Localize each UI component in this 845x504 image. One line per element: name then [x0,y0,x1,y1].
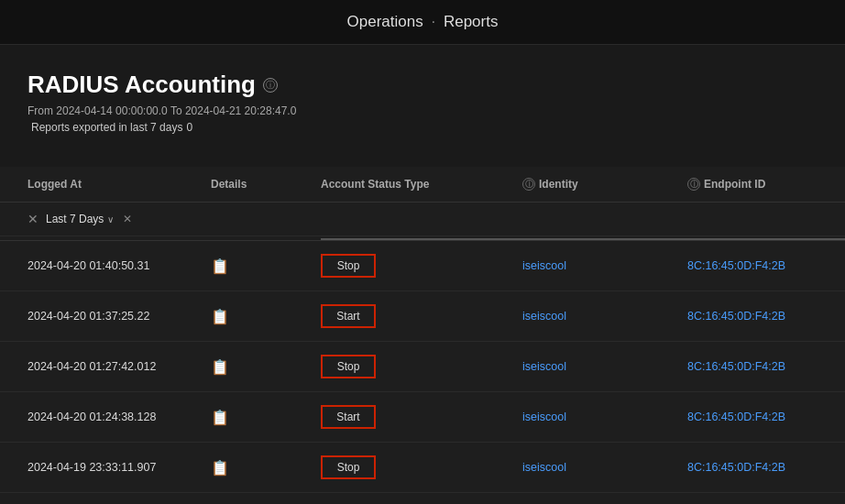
title-row: RADIUS Accounting ⓘ [27,71,818,99]
col-identity: ⓘ Identity [522,178,687,191]
details-icon[interactable]: 📋 [211,308,229,325]
cell-endpoint-id[interactable]: 8C:16:45:0D:F4:2B [687,398,845,436]
status-badge: Start [321,405,376,429]
cell-details: 📋 [211,345,321,389]
table-row: 2024-04-20 01:37:25.22 📋 Start iseiscool… [0,291,845,342]
cell-details: 📋 [211,396,321,439]
cell-details: 📋 [211,295,321,338]
title-info-icon[interactable]: ⓘ [263,78,278,93]
cell-endpoint-id[interactable]: 8C:16:45:0D:F4:2B [687,448,845,487]
status-badge: Stop [321,254,376,278]
table-row: 2024-04-19 23:33:11.907 📋 Stop iseiscool… [0,443,845,493]
cell-identity[interactable]: iseiscool [522,398,687,436]
nav-reports[interactable]: Reports [444,13,499,30]
cell-logged-at: 2024-04-19 23:33:11.907 [27,448,211,487]
endpoint-info-icon[interactable]: ⓘ [687,178,700,191]
col-logged-at: Logged At [27,178,211,191]
filter-tag-last7days[interactable]: Last 7 Days ∨ [46,213,114,225]
status-badge: Stop [321,355,376,378]
cell-status: Start [321,392,522,442]
cell-status: Stop [321,342,522,391]
col-account-status-type: Account Status Type [321,178,522,191]
cell-endpoint-id[interactable]: 8C:16:45:0D:F4:2B [687,297,845,335]
table-row: 2024-04-20 01:24:38.128 📋 Start iseiscoo… [0,392,845,443]
filter-tag-label: Last 7 Days [46,213,104,225]
col-endpoint-id: ⓘ Endpoint ID [687,178,845,191]
cell-details: 📋 [211,497,321,505]
reports-exported-count: 0 [186,121,192,134]
details-icon[interactable]: 📋 [211,409,229,426]
page-title: RADIUS Accounting [27,71,256,99]
cell-logged-at: 2024-04-20 01:24:38.128 [27,398,211,436]
cell-endpoint-id[interactable]: 8C:16:45:0D:F4:2B [687,499,845,504]
status-badge: Start [321,304,376,328]
cell-status: Start [321,493,522,504]
cell-logged-at: 2024-04-20 01:40:50.31 [27,247,211,285]
cell-identity[interactable]: iseiscool [522,499,687,504]
table-container: Logged At Details Account Status Type ⓘ … [0,167,845,504]
nav-separator: · [431,13,435,30]
top-nav: Operations · Reports [0,0,845,45]
filter-chevron-icon: ∨ [107,214,114,225]
cell-endpoint-id[interactable]: 8C:16:45:0D:F4:2B [687,347,845,386]
identity-info-icon[interactable]: ⓘ [522,178,535,191]
details-icon[interactable]: 📋 [211,459,229,477]
filter-tag-close-button[interactable]: ✕ [123,213,132,225]
cell-status: Stop [321,443,522,492]
page-header: RADIUS Accounting ⓘ From 2024-04-14 00:0… [0,45,845,148]
nav-operations[interactable]: Operations [347,13,423,30]
date-range: From 2024-04-14 00:00:00.0 To 2024-04-21… [27,104,818,117]
reports-exported-label: Reports exported in last 7 days0 [27,121,818,134]
filter-row: ✕ Last 7 Days ∨ ✕ [0,203,845,236]
col-details: Details [211,178,321,191]
details-icon[interactable]: 📋 [211,257,229,275]
cell-logged-at: 2024-04-20 01:37:25.22 [27,297,211,335]
details-icon[interactable]: 📋 [211,358,229,376]
table-row: 2024-04-19 23:24:51.744 📋 Start iseiscoo… [0,493,845,504]
table-header: Logged At Details Account Status Type ⓘ … [0,167,845,203]
cell-status: Stop [321,241,522,290]
table-row: 2024-04-20 01:40:50.31 📋 Stop iseiscool … [0,241,845,291]
cell-identity[interactable]: iseiscool [522,448,687,487]
cell-identity[interactable]: iseiscool [522,297,687,335]
table-row: 2024-04-20 01:27:42.012 📋 Stop iseiscool… [0,342,845,392]
cell-logged-at: 2024-04-20 01:27:42.012 [27,347,211,386]
cell-status: Start [321,291,522,341]
cell-logged-at: 2024-04-19 23:24:51.744 [27,499,211,504]
data-rows: 2024-04-20 01:40:50.31 📋 Stop iseiscool … [0,241,845,504]
cell-identity[interactable]: iseiscool [522,247,687,285]
cell-details: 📋 [211,446,321,489]
cell-details: 📋 [211,245,321,288]
status-badge: Stop [321,455,376,479]
filter-clear-button[interactable]: ✕ [27,212,38,226]
cell-identity[interactable]: iseiscool [522,347,687,386]
cell-endpoint-id[interactable]: 8C:16:45:0D:F4:2B [687,247,845,285]
